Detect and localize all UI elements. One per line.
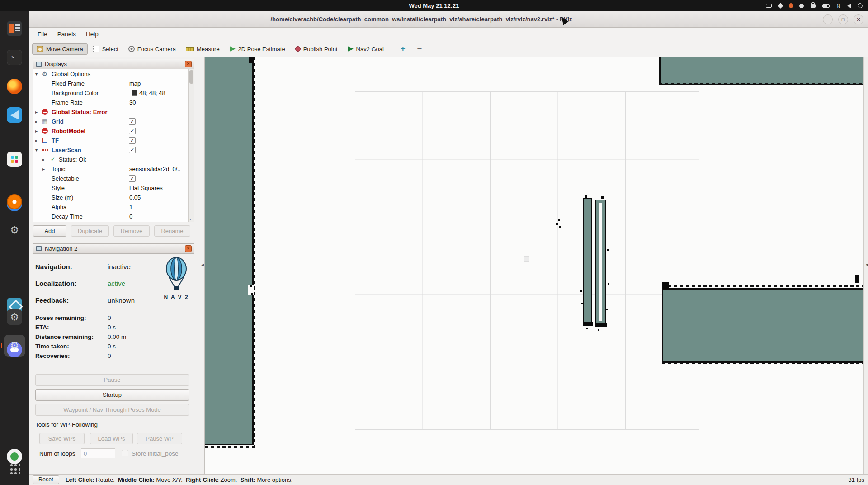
green-app-icon[interactable] (7, 449, 22, 464)
3d-viewport[interactable]: ◂ (204, 57, 868, 474)
show-applications-icon[interactable] (9, 463, 20, 474)
fixed-frame-value[interactable]: map (127, 79, 189, 88)
tool-focus-camera[interactable]: Focus Camera (124, 43, 180, 55)
settings-gear-icon[interactable]: ⚙ (7, 223, 22, 238)
displays-close-icon[interactable]: ✕ (185, 61, 192, 67)
row-topic[interactable]: ▸ Topic sensors/lidar2d_0/.. (33, 164, 194, 174)
row-status-ok[interactable]: ▸ ✓ Status: Ok (33, 155, 194, 164)
row-alpha[interactable]: Alpha 1 (33, 202, 194, 212)
map-speckle (583, 322, 593, 326)
row-grid[interactable]: ▸ ▦ Grid ✓ (33, 117, 194, 126)
tool-select[interactable]: Select (89, 43, 123, 55)
expand-arrow-icon[interactable]: ▸ (35, 107, 42, 117)
rviz-app-icon[interactable]: ⚙ (7, 338, 22, 353)
terminal-icon[interactable]: >_ (7, 50, 22, 65)
robot-marker (524, 256, 529, 262)
scrollbar-thumb[interactable] (189, 70, 193, 84)
load-wps-button[interactable]: Load WPs (90, 433, 133, 444)
duplicate-button[interactable]: Duplicate (71, 225, 109, 237)
window-titlebar[interactable]: /home/civerachb/Code/clearpath_common_ws… (29, 11, 868, 28)
corridor-inner-gap (599, 203, 602, 321)
expand-arrow-icon[interactable]: ▸ (35, 117, 42, 126)
ros-gear-icon[interactable]: ⚙ (7, 309, 22, 325)
map-wall-right (662, 288, 864, 363)
expand-arrow-icon[interactable]: ▾ (35, 145, 42, 155)
row-selectable[interactable]: Selectable ✓ (33, 174, 194, 183)
row-decay-time[interactable]: Decay Time 0 (33, 212, 194, 221)
menu-file[interactable]: File (33, 29, 52, 39)
startup-button[interactable]: Startup (35, 389, 189, 401)
text-editor-icon[interactable] (7, 21, 22, 36)
pause-wp-button[interactable]: Pause WP (137, 433, 182, 444)
panel-collapse-handle-left[interactable]: ◂ (201, 262, 204, 268)
menu-panels[interactable]: Panels (52, 29, 81, 39)
row-frame-rate[interactable]: Frame Rate 30 (33, 98, 194, 107)
check-icon: ✓ (51, 156, 57, 163)
row-global-options[interactable]: ▾ ⚙ Global Options (33, 69, 194, 79)
nav2-panel-header[interactable]: Navigation 2 ✕ (33, 243, 194, 254)
remove-tool-button[interactable]: − (413, 44, 425, 54)
row-global-status[interactable]: ▸ Global Status: Error (33, 107, 194, 117)
row-tf[interactable]: ▸ TF ✓ (33, 136, 194, 145)
expand-arrow-icon[interactable]: ▾ (35, 69, 42, 79)
tree-scrollbar[interactable]: ▾ (188, 69, 194, 222)
minimize-button[interactable]: – (823, 14, 833, 24)
system-tray[interactable]: ⇅ (766, 0, 863, 11)
decay-time-value[interactable]: 0 (127, 212, 189, 221)
row-background-color[interactable]: Background Color 48; 48; 48 (33, 88, 194, 98)
map-wall-right-top-speckle (662, 285, 864, 287)
expand-arrow-icon[interactable]: ▸ (42, 164, 49, 174)
reset-button[interactable]: Reset (33, 475, 59, 484)
tool-nav2-goal[interactable]: Nav2 Goal (343, 43, 388, 55)
feedback-status-value: unknown (108, 296, 135, 304)
topic-value[interactable]: sensors/lidar2d_0/.. (127, 164, 189, 174)
row-robot-model[interactable]: ▸ RobotModel ✓ (33, 126, 194, 136)
row-laser-scan[interactable]: ▾ LaserScan ✓ (33, 145, 194, 155)
selectable-checkbox[interactable]: ✓ (129, 175, 136, 182)
menu-help[interactable]: Help (81, 29, 104, 39)
rename-button[interactable]: Rename (154, 225, 190, 237)
map-wall-topright-speckle (659, 83, 864, 85)
row-fixed-frame[interactable]: Fixed Frame map (33, 79, 194, 88)
style-value[interactable]: Flat Squares (127, 183, 189, 193)
nav2-close-icon[interactable]: ✕ (185, 245, 192, 252)
system-clock[interactable]: Wed May 21 12:21 (0, 0, 868, 11)
map-wall-left-speckle (254, 57, 255, 447)
expand-arrow-icon[interactable]: ▸ (35, 136, 42, 145)
waypoint-mode-button[interactable]: Waypoint / Nav Through Poses Mode (35, 404, 189, 416)
rhythmbox-icon[interactable] (7, 194, 22, 209)
laser-scan-checkbox[interactable]: ✓ (129, 147, 136, 153)
robot-model-checkbox[interactable]: ✓ (129, 128, 136, 134)
maximize-button[interactable]: □ (838, 14, 848, 24)
firefox-icon[interactable] (7, 79, 22, 94)
size-value[interactable]: 0.05 (127, 193, 189, 202)
toolbar: Move Camera Select Focus Camera Measure … (29, 41, 868, 57)
expand-arrow-icon[interactable]: ▸ (42, 155, 49, 164)
slack-icon[interactable] (7, 152, 22, 167)
dock: >_ ⚙ ⚙ ⚙ (0, 11, 29, 485)
grid-checkbox[interactable]: ✓ (129, 118, 136, 125)
tool-2d-pose-estimate[interactable]: 2D Pose Estimate (225, 43, 290, 55)
tool-publish-point[interactable]: Publish Point (291, 43, 342, 55)
num-loops-input[interactable] (81, 448, 115, 458)
save-wps-button[interactable]: Save WPs (39, 433, 85, 444)
background-color-value[interactable]: 48; 48; 48 (127, 88, 189, 98)
displays-panel-header[interactable]: Displays ✕ (33, 59, 194, 69)
alpha-value[interactable]: 1 (127, 202, 189, 212)
expand-arrow-icon[interactable]: ▸ (35, 126, 42, 136)
frame-rate-value[interactable]: 30 (127, 98, 189, 107)
add-tool-button[interactable]: + (397, 44, 409, 54)
store-initial-pose-checkbox[interactable] (122, 450, 128, 456)
tool-move-camera[interactable]: Move Camera (32, 43, 88, 55)
close-button[interactable]: ✕ (854, 14, 863, 24)
tf-checkbox[interactable]: ✓ (129, 137, 136, 144)
vscode-icon[interactable] (7, 107, 22, 123)
panel-collapse-handle-right[interactable]: ◂ (865, 262, 868, 267)
row-size-m[interactable]: Size (m) 0.05 (33, 193, 194, 202)
row-style[interactable]: Style Flat Squares (33, 183, 194, 193)
add-button[interactable]: Add (33, 225, 66, 237)
tool-measure[interactable]: Measure (181, 43, 224, 55)
scroll-down-icon[interactable]: ▾ (189, 217, 191, 221)
pause-button[interactable]: Pause (35, 374, 189, 386)
remove-button[interactable]: Remove (113, 225, 150, 237)
